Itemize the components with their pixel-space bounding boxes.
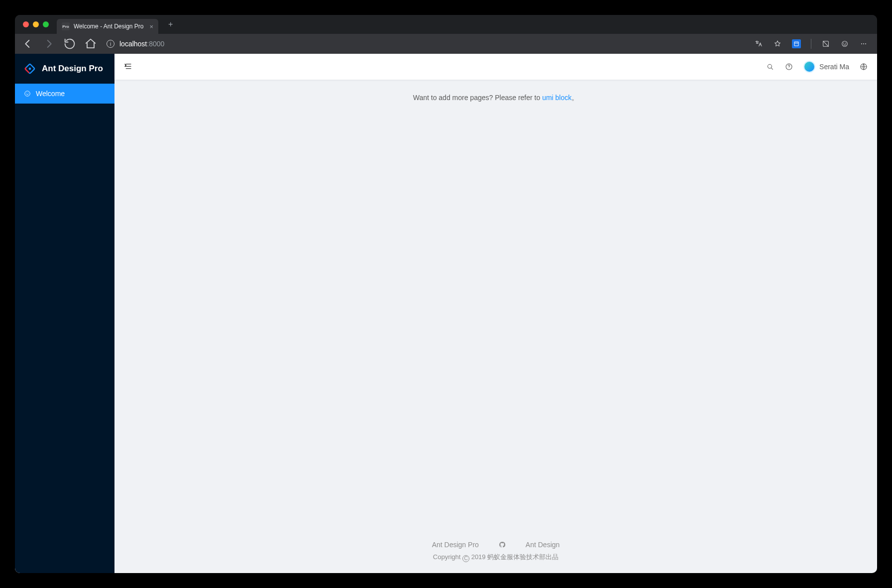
browser-tab[interactable]: Pro Welcome - Ant Design Pro ×: [57, 19, 158, 34]
brand-logo-icon: [23, 62, 37, 76]
brand[interactable]: Ant Design Pro: [15, 54, 114, 84]
close-tab-button[interactable]: ×: [150, 23, 154, 30]
copyright-owner: 蚂蚁金服体验技术部出品: [486, 553, 559, 561]
svg-point-13: [768, 64, 772, 68]
content: Want to add more pages? Please refer to …: [114, 80, 877, 573]
sidebar: Ant Design Pro Welcome: [15, 54, 114, 573]
face-icon[interactable]: [840, 39, 849, 48]
content-spacer: [114, 103, 877, 531]
toolbar-divider: [811, 39, 811, 49]
close-window-button[interactable]: [23, 21, 29, 27]
menu-fold-icon[interactable]: [123, 62, 132, 71]
help-icon[interactable]: [784, 62, 793, 71]
minimize-window-button[interactable]: [33, 21, 39, 27]
brand-title: Ant Design Pro: [42, 64, 103, 74]
search-icon[interactable]: [766, 62, 775, 71]
svg-point-6: [865, 43, 866, 44]
svg-point-9: [28, 67, 32, 71]
smile-icon: [24, 90, 31, 97]
svg-point-2: [844, 43, 844, 43]
umi-block-link[interactable]: umi block: [542, 94, 571, 102]
user-menu[interactable]: Serati Ma: [803, 61, 849, 73]
main-area: Serati Ma Want to add more pages? Please…: [114, 54, 877, 573]
copyright-icon: C: [462, 555, 469, 562]
svg-point-1: [842, 41, 848, 47]
tab-title: Welcome - Ant Design Pro: [74, 23, 144, 30]
sidebar-item-welcome[interactable]: Welcome: [15, 84, 114, 104]
welcome-message: Want to add more pages? Please refer to …: [114, 80, 877, 103]
maximize-window-button[interactable]: [43, 21, 49, 27]
browser-toolbar: i localhost:8000: [15, 34, 877, 54]
favorite-icon[interactable]: [773, 39, 782, 48]
svg-point-4: [861, 43, 862, 44]
tab-favicon: Pro: [62, 22, 70, 30]
svg-point-5: [863, 43, 864, 44]
sidebar-item-label: Welcome: [36, 90, 65, 98]
svg-point-11: [26, 93, 27, 93]
user-name: Serati Ma: [819, 63, 849, 71]
browser-window: Pro Welcome - Ant Design Pro × + i: [15, 15, 877, 573]
toolbar-right: [754, 39, 871, 49]
more-icon[interactable]: [859, 39, 868, 48]
page-viewport: Ant Design Pro Welcome: [15, 54, 877, 573]
collections-icon[interactable]: [792, 39, 801, 48]
home-button[interactable]: [84, 37, 98, 51]
site-info-icon[interactable]: i: [107, 40, 114, 48]
message-prefix: Want to add more pages? Please refer to: [413, 94, 542, 102]
footer-link-ant-design-pro[interactable]: Ant Design Pro: [432, 541, 479, 549]
reload-button[interactable]: [63, 37, 77, 51]
url-host: localhost: [119, 40, 147, 48]
window-traffic-lights: [23, 21, 49, 27]
copyright-prefix: Copyright: [433, 553, 462, 561]
language-icon[interactable]: [859, 62, 868, 71]
footer-link-ant-design[interactable]: Ant Design: [526, 541, 559, 549]
github-icon[interactable]: [499, 541, 506, 548]
copyright-line: Copyright C 2019 蚂蚁金服体验技术部出品: [114, 553, 877, 562]
message-suffix: 。: [571, 94, 578, 102]
footer: Ant Design Pro Ant Design Copyright C 20…: [114, 531, 877, 573]
topbar: Serati Ma: [114, 54, 877, 80]
new-tab-button[interactable]: +: [165, 18, 176, 31]
desktop-background: Pro Welcome - Ant Design Pro × + i: [0, 0, 892, 588]
user-avatar: [803, 61, 815, 73]
svg-point-10: [25, 91, 30, 97]
url-port: :8000: [147, 40, 164, 48]
forward-button[interactable]: [42, 37, 56, 51]
copyright-year: 2019: [471, 553, 486, 561]
translate-icon[interactable]: [754, 39, 763, 48]
browser-tab-strip: Pro Welcome - Ant Design Pro × +: [15, 15, 877, 34]
back-button[interactable]: [21, 37, 35, 51]
block-icon[interactable]: [821, 39, 830, 48]
svg-point-15: [789, 68, 789, 69]
svg-point-3: [846, 43, 846, 43]
svg-point-12: [28, 93, 28, 93]
address-bar[interactable]: i localhost:8000: [105, 40, 747, 48]
